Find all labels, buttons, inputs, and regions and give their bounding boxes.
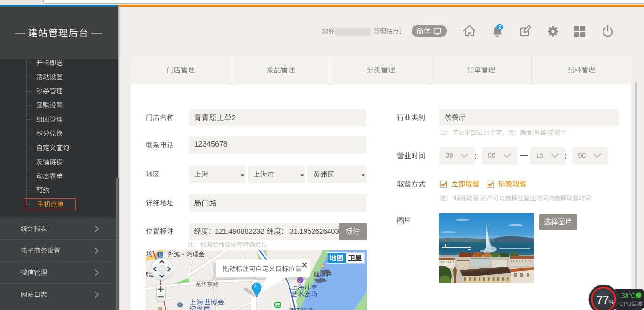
- svg-text:%: %: [609, 299, 614, 306]
- svg-text:77: 77: [596, 293, 609, 306]
